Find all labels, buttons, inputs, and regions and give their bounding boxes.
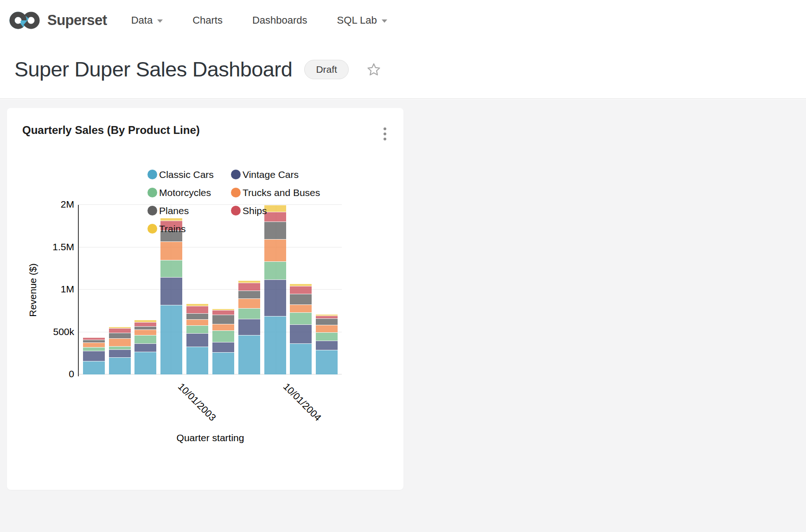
- bar-segment[interactable]: [134, 322, 156, 326]
- bar-segment[interactable]: [134, 326, 156, 329]
- bar-segment[interactable]: [109, 328, 131, 333]
- bar-segment[interactable]: [186, 325, 208, 333]
- stacked-bar[interactable]: [134, 320, 156, 374]
- bar-segment[interactable]: [238, 308, 260, 319]
- bar-segment[interactable]: [186, 347, 208, 374]
- bar-segment[interactable]: [212, 310, 234, 315]
- bar-segment[interactable]: [290, 343, 312, 374]
- bar-segment[interactable]: [290, 324, 312, 343]
- bar-segment[interactable]: [264, 316, 286, 374]
- bar-segment[interactable]: [160, 305, 182, 374]
- bar-segment[interactable]: [316, 325, 338, 332]
- legend-item[interactable]: Trains: [147, 220, 231, 238]
- bar-segment[interactable]: [160, 277, 182, 305]
- bar-segment[interactable]: [186, 306, 208, 313]
- legend-item[interactable]: Motorcycles: [147, 184, 231, 202]
- bar-segment[interactable]: [212, 330, 234, 342]
- nav-item-sql-lab[interactable]: SQL Lab: [337, 14, 387, 26]
- dashboard-header: Super Duper Sales Dashboard Draft: [0, 41, 806, 99]
- bar-segment[interactable]: [316, 316, 338, 318]
- bar-segment[interactable]: [134, 320, 156, 322]
- bar-segment[interactable]: [109, 333, 131, 338]
- kebab-menu-icon[interactable]: [382, 126, 388, 142]
- bar-segment[interactable]: [109, 338, 131, 346]
- nav-item-charts[interactable]: Charts: [192, 14, 223, 26]
- legend-color-dot: [147, 224, 157, 234]
- bar-segment[interactable]: [83, 342, 105, 347]
- nav-item-dashboards[interactable]: Dashboards: [252, 14, 307, 26]
- bar-segment[interactable]: [212, 315, 234, 323]
- y-tick-label: 1M: [7, 284, 74, 295]
- bar-segment[interactable]: [264, 279, 286, 316]
- bar-segment[interactable]: [83, 361, 105, 374]
- bar-segment[interactable]: [238, 298, 260, 308]
- legend-item[interactable]: Classic Cars: [147, 165, 231, 184]
- bar-segment[interactable]: [212, 342, 234, 352]
- bar-segment[interactable]: [83, 351, 105, 361]
- bar-segment[interactable]: [264, 261, 286, 279]
- bar-segment[interactable]: [238, 319, 260, 335]
- stacked-bar[interactable]: [186, 304, 208, 374]
- bar-segment[interactable]: [134, 329, 156, 335]
- bar-segment[interactable]: [290, 286, 312, 294]
- bar-segment[interactable]: [238, 283, 260, 291]
- legend-item[interactable]: Ships: [231, 202, 320, 220]
- bar-segment[interactable]: [212, 352, 234, 374]
- bar-segment[interactable]: [264, 239, 286, 261]
- bar-segment[interactable]: [134, 343, 156, 352]
- stacked-bar[interactable]: [316, 314, 338, 374]
- bar-segment[interactable]: [109, 349, 131, 357]
- superset-logo-icon[interactable]: [8, 9, 43, 32]
- stacked-bar[interactable]: [160, 218, 182, 374]
- stacked-bar[interactable]: [83, 337, 105, 374]
- nav-item-data[interactable]: Data: [131, 14, 163, 26]
- legend-color-dot: [147, 206, 157, 215]
- bar-segment[interactable]: [238, 335, 260, 374]
- stacked-bar[interactable]: [212, 309, 234, 374]
- x-axis-title: Quarter starting: [79, 432, 342, 443]
- bar-segment[interactable]: [316, 314, 338, 316]
- bar-segment[interactable]: [290, 284, 312, 286]
- bar-segment[interactable]: [186, 304, 208, 306]
- legend-color-dot: [147, 170, 157, 179]
- bar-segment[interactable]: [109, 327, 131, 329]
- bar-segment[interactable]: [134, 352, 156, 374]
- favorite-star-icon[interactable]: [366, 62, 381, 77]
- bar-segment[interactable]: [316, 332, 338, 341]
- chart-card: Quarterly Sales (By Product Line) Revenu…: [7, 108, 403, 490]
- bar-segment[interactable]: [83, 337, 105, 338]
- bar-segment[interactable]: [186, 313, 208, 319]
- x-tick-label: 10/01/2003: [176, 381, 218, 423]
- status-badge: Draft: [304, 60, 349, 79]
- bar-segment[interactable]: [134, 335, 156, 343]
- bar-segment[interactable]: [83, 347, 105, 351]
- stacked-bar[interactable]: [109, 327, 131, 374]
- bar-segment[interactable]: [212, 309, 234, 310]
- bar-segment[interactable]: [212, 324, 234, 330]
- bar-segment[interactable]: [238, 280, 260, 282]
- brand-name[interactable]: Superset: [47, 12, 107, 29]
- legend-label: Classic Cars: [159, 169, 214, 180]
- bar-segment[interactable]: [83, 337, 105, 340]
- bar-segment[interactable]: [186, 319, 208, 325]
- bar-segment[interactable]: [109, 346, 131, 350]
- legend-label: Motorcycles: [159, 187, 211, 198]
- bar-segment[interactable]: [290, 294, 312, 304]
- bar-segment[interactable]: [83, 340, 105, 342]
- stacked-bar[interactable]: [238, 280, 260, 374]
- legend-item[interactable]: Trucks and Buses: [231, 184, 320, 202]
- legend-item[interactable]: Vintage Cars: [231, 165, 320, 184]
- legend-item[interactable]: Planes: [147, 202, 231, 220]
- bar-segment[interactable]: [316, 350, 338, 374]
- bar-segment[interactable]: [160, 260, 182, 277]
- bar-segment[interactable]: [186, 333, 208, 347]
- stacked-bar[interactable]: [290, 284, 312, 374]
- y-tick-label: 2M: [7, 199, 74, 210]
- bar-segment[interactable]: [290, 304, 312, 312]
- bar-segment[interactable]: [109, 357, 131, 374]
- bar-segment[interactable]: [316, 318, 338, 325]
- bar-segment[interactable]: [238, 291, 260, 299]
- bar-segment[interactable]: [290, 312, 312, 324]
- bar-segment[interactable]: [316, 341, 338, 350]
- bar-segment[interactable]: [160, 241, 182, 260]
